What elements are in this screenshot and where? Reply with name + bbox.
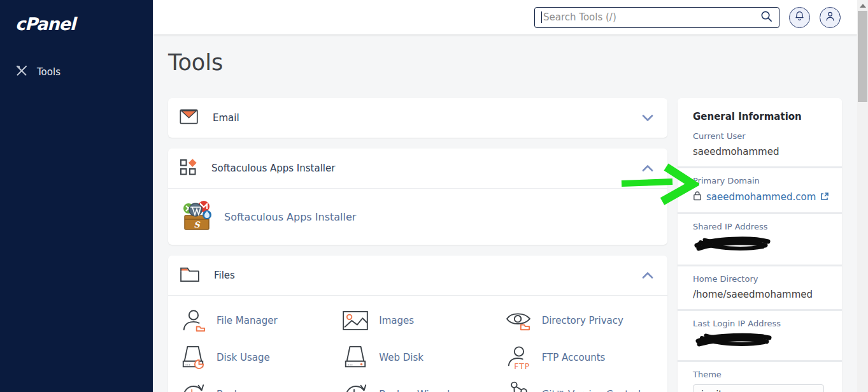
softaculous-grid-icon	[180, 158, 197, 178]
sidebar-item-tools[interactable]: Tools	[0, 59, 153, 85]
svg-text:S: S	[194, 220, 201, 229]
tool-link[interactable]: Web Disk	[379, 352, 423, 363]
bell-icon	[794, 11, 805, 24]
tool-item-images[interactable]: Images	[342, 302, 504, 339]
external-link-icon[interactable]	[820, 191, 829, 203]
home-directory-row: Home Directory /home/saeedmohammed	[678, 266, 842, 309]
tool-link[interactable]: File Manager	[217, 315, 278, 326]
primary-domain-label: Primary Domain	[693, 176, 827, 185]
tool-link[interactable]: Images	[379, 315, 414, 326]
search-box[interactable]	[534, 7, 779, 28]
chevron-up-icon[interactable]	[642, 272, 653, 279]
git-icon	[505, 381, 532, 392]
email-icon	[180, 108, 199, 127]
chevron-up-icon[interactable]	[642, 164, 653, 172]
tool-item-git-version-control[interactable]: Git™ Version Control	[505, 376, 667, 392]
home-directory-label: Home Directory	[693, 274, 827, 284]
ftp-accounts-icon: FTP	[505, 345, 532, 370]
redacted-scribble	[693, 234, 827, 256]
tool-link[interactable]: Git™ Version Control	[542, 389, 641, 392]
backup-icon	[180, 382, 206, 392]
account-button[interactable]	[820, 7, 841, 28]
group-title: Softaculous Apps Installer	[211, 163, 335, 174]
shared-ip-label: Shared IP Address	[693, 222, 827, 231]
primary-domain-link[interactable]: saeedmohammed.com	[706, 191, 816, 203]
disk-usage-icon	[180, 345, 206, 370]
notifications-button[interactable]	[789, 7, 810, 28]
group-card-email: Email	[168, 98, 667, 138]
tool-item-directory-privacy[interactable]: Directory Privacy	[505, 302, 667, 339]
tool-item-backup[interactable]: Backup	[180, 376, 342, 392]
tool-item-ftp-accounts[interactable]: FTP FTP Accounts	[505, 339, 667, 376]
files-tools-grid: File Manager Image	[168, 296, 667, 392]
theme-row: Theme jupiter	[678, 362, 842, 392]
softaculous-logo: S	[180, 198, 215, 236]
current-user-row: Current User saeedmohammed	[678, 124, 842, 166]
primary-domain-row: Primary Domain saeedmohammed.com	[678, 168, 842, 212]
tool-item-backup-wizard[interactable]: Backup Wizard	[342, 376, 504, 392]
redacted-scribble	[693, 331, 827, 351]
tool-link[interactable]: Backup	[217, 389, 252, 392]
tool-item-web-disk[interactable]: Web Disk	[342, 339, 504, 376]
images-icon	[342, 310, 369, 331]
last-login-ip-label: Last Login IP Address	[693, 319, 827, 328]
page-title: Tools	[168, 50, 842, 75]
left-sidebar: cPanel Tools	[0, 0, 153, 392]
directory-privacy-icon	[505, 309, 532, 332]
group-card-softaculous: Softaculous Apps Installer	[168, 149, 667, 245]
tool-link[interactable]: Softaculous Apps Installer	[224, 211, 356, 223]
backup-wizard-icon	[342, 382, 369, 392]
svg-text:FTP: FTP	[514, 362, 530, 370]
search-input[interactable]	[543, 11, 760, 23]
tool-link[interactable]: FTP Accounts	[542, 352, 606, 363]
theme-select[interactable]: jupiter	[693, 384, 824, 392]
group-header-email[interactable]: Email	[168, 98, 667, 138]
tool-link[interactable]: Directory Privacy	[542, 315, 623, 326]
lock-icon	[693, 191, 702, 203]
general-information-title: General Information	[678, 98, 842, 124]
folder-icon	[180, 266, 200, 285]
home-directory-value: /home/saeedmohammed	[693, 289, 827, 300]
theme-label: Theme	[693, 370, 827, 379]
current-user-value: saeedmohammed	[693, 146, 827, 157]
web-disk-icon	[342, 345, 369, 370]
group-title: Files	[214, 270, 235, 281]
vertical-scrollbar[interactable]	[857, 0, 868, 392]
scrollbar-thumb[interactable]	[858, 11, 867, 102]
group-header-softaculous[interactable]: Softaculous Apps Installer	[168, 149, 667, 188]
top-bar	[153, 0, 857, 34]
theme-selected-value: jupiter	[701, 389, 732, 392]
tools-icon	[15, 64, 28, 80]
tool-item-disk-usage[interactable]: Disk Usage	[180, 339, 342, 376]
softaculous-item[interactable]: S Softaculous Apps Installer	[168, 189, 667, 245]
tool-link[interactable]: Backup Wizard	[379, 389, 450, 392]
cpanel-logo: cPanel	[15, 14, 153, 34]
text-cursor	[541, 11, 542, 23]
tool-item-file-manager[interactable]: File Manager	[180, 302, 342, 339]
info-column: General Information Current User saeedmo…	[678, 98, 842, 392]
shared-ip-row: Shared IP Address	[678, 214, 842, 265]
scroll-up-arrow-icon[interactable]	[860, 4, 866, 8]
file-manager-icon	[180, 308, 206, 333]
cpanel-app: cPanel Tools	[0, 0, 868, 392]
sidebar-item-label: Tools	[37, 66, 60, 78]
group-header-files[interactable]: Files	[168, 256, 667, 295]
general-information-card: General Information Current User saeedmo…	[678, 98, 842, 392]
tool-link[interactable]: Disk Usage	[217, 352, 270, 363]
group-card-files: Files	[168, 256, 667, 392]
group-title: Email	[213, 112, 239, 124]
user-icon	[825, 11, 836, 24]
tool-groups-column: Email	[168, 98, 667, 392]
current-user-label: Current User	[693, 131, 827, 141]
chevron-down-icon[interactable]	[642, 114, 653, 122]
main-content: Tools Email	[153, 34, 857, 392]
search-icon[interactable]	[760, 10, 772, 25]
last-login-ip-row: Last Login IP Address	[678, 311, 842, 360]
